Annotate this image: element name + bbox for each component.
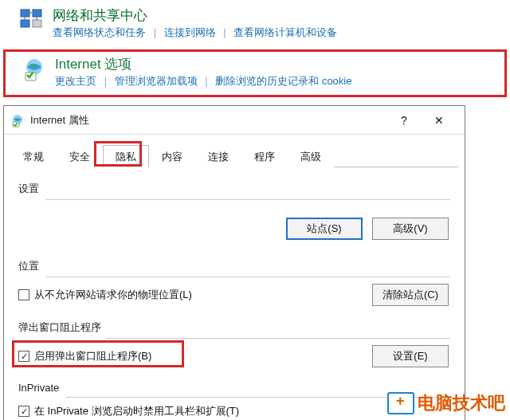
help-button[interactable]: ? — [386, 108, 422, 132]
section-location: 位置 — [18, 259, 450, 277]
cp-link[interactable]: 管理浏览器加载项 — [115, 75, 198, 87]
highlight-box-internet-options: Internet 选项 更改主页 | 管理浏览器加载项 | 删除浏览的历史记录和… — [3, 49, 507, 97]
tabstrip: 常规 安全 隐私 内容 连接 程序 高级 — [10, 144, 458, 167]
cp-link[interactable]: 查看网络计算机和设备 — [233, 26, 337, 38]
svg-rect-1 — [33, 10, 41, 17]
popup-blocker-checkbox[interactable]: ✓ 启用弹出窗口阻止程序(B) — [18, 349, 151, 363]
cp-link[interactable]: 连接到网络 — [164, 26, 216, 38]
section-settings: 设置 — [18, 182, 450, 200]
sites-button[interactable]: 站点(S) — [286, 218, 363, 240]
close-button[interactable]: ✕ — [422, 108, 457, 132]
section-popup: 弹出窗口阻止程序 — [18, 320, 450, 339]
cp-title[interactable]: Internet 选项 — [55, 57, 351, 73]
watermark: 电脑技术吧 — [387, 391, 505, 415]
cp-link[interactable]: 更改主页 — [55, 75, 96, 87]
inprivate-checkbox[interactable]: ✓ 在 InPrivate 浏览启动时禁用工具栏和扩展(T) — [18, 404, 239, 418]
advanced-button[interactable]: 高级(V) — [372, 218, 449, 240]
tab-content[interactable]: 内容 — [149, 145, 195, 167]
internet-options-icon — [22, 57, 47, 82]
network-icon — [19, 8, 45, 33]
tab-security[interactable]: 安全 — [57, 145, 103, 167]
internet-properties-dialog: Internet 属性 ? ✕ 常规 安全 隐私 内容 连接 程序 高级 设置 … — [3, 105, 465, 420]
watermark-text: 电脑技术吧 — [418, 391, 505, 415]
clear-sites-button[interactable]: 清除站点(C) — [372, 284, 449, 306]
dialog-title: Internet 属性 — [30, 113, 89, 128]
privacy-panel: 设置 站点(S) 高级(V) 位置 从不允许网站请求你的物理位置(L) 清除站点… — [4, 167, 465, 420]
cp-item-network: 网络和共享中心 查看网络状态和任务 | 连接到网络 | 查看网络计算机和设备 — [0, 3, 510, 46]
tab-advanced[interactable]: 高级 — [288, 145, 334, 167]
cp-link[interactable]: 查看网络状态和任务 — [53, 26, 146, 38]
globe-check-icon — [10, 113, 25, 128]
tab-privacy[interactable]: 隐私 — [103, 145, 149, 167]
checkbox-icon — [18, 289, 29, 300]
cp-link[interactable]: 删除浏览的历史记录和 cookie — [215, 75, 351, 87]
cp-links: 查看网络状态和任务 | 连接到网络 | 查看网络计算机和设备 — [53, 26, 337, 40]
titlebar: Internet 属性 ? ✕ — [4, 106, 465, 135]
svg-rect-3 — [33, 20, 41, 27]
popup-settings-button[interactable]: 设置(E) — [372, 345, 449, 367]
checkbox-icon: ✓ — [18, 351, 29, 362]
checkbox-icon: ✓ — [18, 406, 29, 417]
cp-links: 更改主页 | 管理浏览器加载项 | 删除浏览的历史记录和 cookie — [55, 74, 351, 88]
tab-connections[interactable]: 连接 — [195, 145, 241, 167]
tab-general[interactable]: 常规 — [10, 145, 57, 167]
cp-item-internet-options: Internet 选项 更改主页 | 管理浏览器加载项 | 删除浏览的历史记录和… — [6, 52, 504, 95]
svg-rect-2 — [21, 20, 29, 27]
section-inprivate: InPrivate — [18, 382, 450, 398]
location-checkbox[interactable]: 从不允许网站请求你的物理位置(L) — [18, 288, 192, 302]
svg-rect-0 — [21, 10, 29, 17]
tab-programs[interactable]: 程序 — [241, 145, 288, 167]
watermark-icon — [387, 392, 414, 414]
cp-title[interactable]: 网络和共享中心 — [53, 8, 337, 24]
